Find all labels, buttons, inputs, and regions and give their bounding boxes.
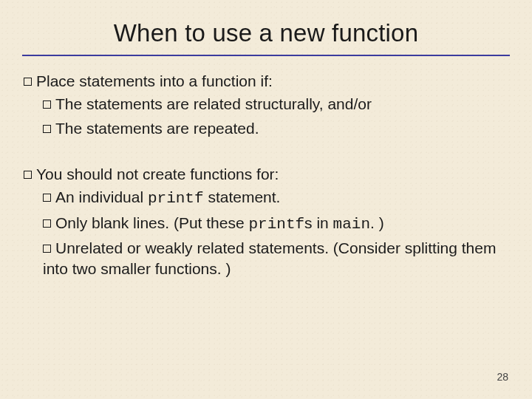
bullet-text-post: statement. (204, 188, 281, 205)
bullet-text-mid: s in (304, 214, 333, 231)
title-underline (22, 55, 510, 56)
bullet-text: The statements are repeated. (55, 120, 259, 137)
square-bullet-icon (24, 78, 32, 86)
bullet-text: Unrelated or weakly related statements. … (43, 239, 496, 277)
square-bullet-icon (43, 219, 51, 228)
square-bullet-icon (24, 171, 32, 179)
bullet-level1: You should not create functions for: (24, 164, 510, 184)
bullet-level2: The statements are related structurally,… (43, 94, 510, 115)
bullet-text-post: . ) (370, 214, 384, 231)
bullet-level1: Place statements into a function if: (24, 71, 510, 91)
bullet-text: The statements are related structurally,… (55, 95, 372, 112)
bullet-text-pre: Only blank lines. (Put these (55, 214, 248, 231)
code-text: printf (148, 190, 204, 207)
square-bullet-icon (43, 100, 51, 109)
bullet-text: Place statements into a function if: (36, 72, 273, 89)
slide-title: When to use a new function (22, 19, 510, 47)
square-bullet-icon (43, 125, 51, 133)
bullet-level2: Only blank lines. (Put these printfs in … (43, 213, 510, 235)
bullet-text: You should not create functions for: (36, 166, 279, 183)
bullet-text-pre: An individual (55, 188, 148, 205)
page-number: 28 (497, 371, 508, 383)
code-text: main (333, 216, 370, 233)
code-text: printf (248, 216, 304, 233)
square-bullet-icon (43, 245, 51, 253)
bullet-level2: The statements are repeated. (43, 118, 510, 139)
square-bullet-icon (43, 194, 51, 202)
bullet-level2: An individual printf statement. (43, 187, 510, 209)
slide: When to use a new function Place stateme… (0, 0, 532, 399)
bullet-level2: Unrelated or weakly related statements. … (43, 238, 510, 280)
